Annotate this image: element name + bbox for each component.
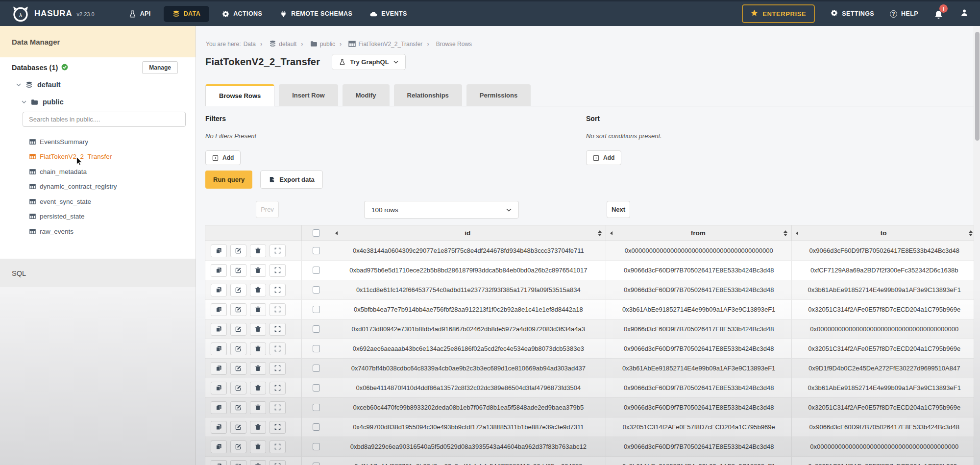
expand-row-button[interactable] bbox=[270, 382, 286, 394]
table-search-input[interactable] bbox=[23, 112, 186, 127]
sidebar-database-default[interactable]: default bbox=[16, 81, 61, 89]
notifications-button[interactable] bbox=[934, 8, 945, 20]
clone-row-button[interactable] bbox=[211, 323, 227, 336]
edit-row-button[interactable] bbox=[230, 303, 246, 316]
clone-row-button[interactable] bbox=[211, 441, 227, 453]
cell-to[interactable]: 0x9066d3cF60D9f7B705026417E8E533b424Bc3d… bbox=[792, 417, 977, 437]
delete-row-button[interactable] bbox=[250, 362, 266, 375]
chevron-down-icon[interactable] bbox=[16, 81, 21, 89]
cell-to[interactable]: 0x32051C314f2AFe0E57f8D7cECD204a1C795b96… bbox=[792, 457, 977, 465]
clone-row-button[interactable] bbox=[211, 460, 227, 465]
cell-to[interactable]: 0x00000000000000000000000000000000000000… bbox=[792, 319, 977, 339]
nav-item[interactable]: DATA bbox=[164, 6, 209, 22]
row-checkbox[interactable] bbox=[313, 423, 320, 431]
breadcrumb-item[interactable]: FiatTokenV2_2_Transfer bbox=[335, 40, 422, 48]
edit-row-button[interactable] bbox=[230, 362, 246, 375]
col-from-header[interactable]: from bbox=[606, 225, 792, 241]
cell-id[interactable]: 0x4e38144a0604309c29077e1e875f75c8e4df24… bbox=[331, 241, 606, 260]
edit-row-button[interactable] bbox=[230, 460, 246, 465]
breadcrumb-item[interactable]: Browse Rows bbox=[422, 40, 472, 48]
chevron-down-icon[interactable] bbox=[22, 98, 26, 106]
cell-id[interactable]: 0x692aec6aeaaab43bc6e134ac25e86186f02a5c… bbox=[331, 339, 606, 358]
edit-row-button[interactable] bbox=[230, 284, 246, 296]
cell-to[interactable]: 0x32051C314f2AFe0E57f8D7cECD204a1C795b96… bbox=[792, 398, 977, 417]
delete-row-button[interactable] bbox=[250, 382, 266, 394]
cell-from[interactable]: 0x9066d3cF60D9f7B705026417E8E533b424Bc3d… bbox=[606, 378, 792, 397]
sidebar-table-item[interactable]: persisted_state bbox=[29, 209, 191, 224]
prev-button[interactable]: Prev bbox=[256, 201, 279, 218]
row-checkbox[interactable] bbox=[313, 325, 320, 333]
cell-id[interactable]: 0xd0173d80942e7301b8fdb4ad916867b02462db… bbox=[331, 319, 606, 339]
tab[interactable]: Relationships bbox=[394, 84, 462, 106]
clone-row-button[interactable] bbox=[211, 401, 227, 414]
delete-row-button[interactable] bbox=[250, 245, 266, 257]
tab[interactable]: Modify bbox=[343, 84, 390, 106]
page-scrollbar[interactable] bbox=[974, 26, 980, 465]
cell-to[interactable]: 0x9066d3cF60D9f7B705026417E8E533b424Bc3d… bbox=[792, 241, 977, 260]
nav-item[interactable]: ACTIONS bbox=[213, 6, 271, 22]
manage-button[interactable]: Manage bbox=[142, 61, 178, 74]
scrollbar-thumb[interactable] bbox=[975, 32, 980, 141]
delete-row-button[interactable] bbox=[250, 264, 266, 277]
edit-row-button[interactable] bbox=[230, 323, 246, 336]
clone-row-button[interactable] bbox=[211, 264, 227, 277]
expand-row-button[interactable] bbox=[270, 441, 286, 453]
help-button[interactable]: ? HELP bbox=[890, 10, 918, 18]
select-all-checkbox[interactable] bbox=[313, 229, 320, 237]
tab[interactable]: Permissions bbox=[466, 84, 531, 106]
cell-id[interactable]: 0xf1b17a44d587761a3b32d2ae29c3ed1fefafcf… bbox=[331, 457, 606, 465]
row-checkbox[interactable] bbox=[313, 443, 320, 450]
cell-from[interactable]: 0x9066d3cF60D9f7B705026417E8E533b424Bc3d… bbox=[606, 280, 792, 299]
hasura-logo-icon[interactable]: λ bbox=[12, 5, 29, 23]
row-checkbox[interactable] bbox=[313, 384, 320, 392]
delete-row-button[interactable] bbox=[250, 401, 266, 414]
user-menu-button[interactable] bbox=[960, 9, 968, 19]
cell-to[interactable]: 0xfCF7129A8a69a2BD7f2f300eFc352342D6c163… bbox=[792, 261, 977, 280]
row-checkbox[interactable] bbox=[313, 463, 320, 465]
sidebar-schema-public[interactable]: public bbox=[22, 98, 64, 106]
sidebar-table-item[interactable]: dynamic_contract_registry bbox=[29, 179, 191, 195]
cell-from[interactable]: 0x3b61AbEe91852714E4e99b09a1AF3e9C13893e… bbox=[606, 457, 792, 465]
cell-from[interactable]: 0x3b61AbEe91852714E4e99b09a1AF3e9C13893e… bbox=[606, 300, 792, 319]
expand-row-button[interactable] bbox=[270, 362, 286, 375]
row-checkbox[interactable] bbox=[313, 286, 320, 294]
row-checkbox[interactable] bbox=[313, 306, 320, 313]
expand-row-button[interactable] bbox=[270, 323, 286, 336]
row-checkbox[interactable] bbox=[313, 365, 320, 372]
cell-id[interactable]: 0x11cd8e61fc142f664537754c0adbd11e237732… bbox=[331, 280, 606, 299]
sidebar-table-item[interactable]: raw_events bbox=[29, 224, 191, 239]
settings-button[interactable]: SETTINGS bbox=[831, 9, 874, 18]
col-id-header[interactable]: id bbox=[331, 225, 606, 241]
cell-id[interactable]: 0xbd8a9229c6ea90316540a5f5d0529d08a39355… bbox=[331, 437, 606, 456]
sort-toggle-icon[interactable] bbox=[969, 230, 973, 236]
expand-row-button[interactable] bbox=[270, 343, 286, 355]
try-graphql-button[interactable]: Try GraphQL bbox=[332, 54, 405, 70]
clone-row-button[interactable] bbox=[211, 284, 227, 296]
clone-row-button[interactable] bbox=[211, 421, 227, 434]
cell-to[interactable]: 0x32051C314f2AFe0E57f8D7cECD204a1C795b96… bbox=[792, 339, 977, 358]
cell-id[interactable]: 0x7407bff4b038cdbc64c8339a4cb0ae9b2c3b3e… bbox=[331, 359, 606, 378]
row-checkbox[interactable] bbox=[313, 345, 320, 352]
breadcrumb-item[interactable]: Data bbox=[244, 41, 256, 48]
delete-row-button[interactable] bbox=[250, 421, 266, 434]
expand-row-button[interactable] bbox=[270, 303, 286, 316]
expand-row-button[interactable] bbox=[270, 401, 286, 414]
cell-id[interactable]: 0xbad975b6e5d1710ece22b5b8bd2861879f93dd… bbox=[331, 261, 606, 280]
rows-per-page-select[interactable]: 100 rows bbox=[364, 201, 519, 219]
delete-row-button[interactable] bbox=[250, 303, 266, 316]
run-query-button[interactable]: Run query bbox=[205, 171, 252, 189]
sidebar-table-item[interactable]: chain_metadata bbox=[29, 164, 191, 179]
tab[interactable]: Browse Rows bbox=[205, 84, 274, 106]
nav-item[interactable]: EVENTS bbox=[361, 6, 416, 22]
cell-from[interactable]: 0x9066d3cF60D9f7B705026417E8E533b424Bc3d… bbox=[606, 437, 792, 456]
clone-row-button[interactable] bbox=[211, 362, 227, 375]
cell-id[interactable]: 0x4c99700d838d1955094c30e493bb9cfdf172a1… bbox=[331, 417, 606, 437]
cell-to[interactable]: 0x3b61AbEe91852714E4e99b09a1AF3e9C13893e… bbox=[792, 280, 977, 299]
cell-to[interactable]: 0x32051C314f2AFe0E57f8D7cECD204a1C795b96… bbox=[792, 300, 977, 319]
nav-item[interactable]: REMOTE SCHEMAS bbox=[271, 6, 361, 22]
breadcrumb-item[interactable]: public bbox=[296, 40, 335, 48]
sort-add-button[interactable]: Add bbox=[586, 150, 621, 165]
clone-row-button[interactable] bbox=[211, 245, 227, 257]
expand-row-button[interactable] bbox=[270, 460, 286, 465]
clone-row-button[interactable] bbox=[211, 303, 227, 316]
